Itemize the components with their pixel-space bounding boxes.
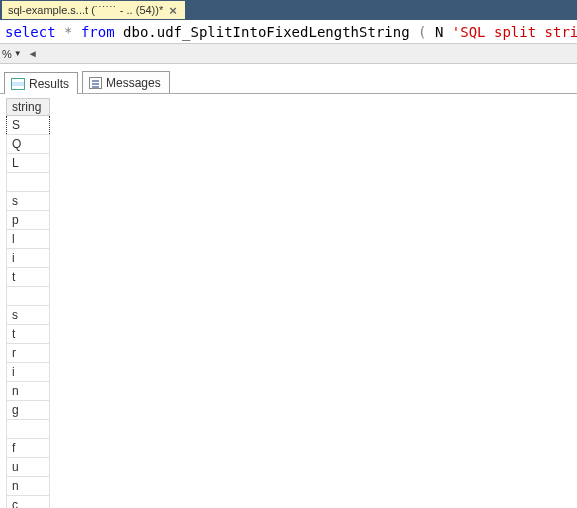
table-row[interactable]: n — [7, 382, 50, 401]
open-paren: ( — [418, 24, 426, 40]
cell-value: r — [7, 344, 50, 363]
results-grid: string SQL split string func — [0, 94, 577, 508]
table-row[interactable]: n — [7, 477, 50, 496]
table-row[interactable]: i — [7, 363, 50, 382]
cell-value: t — [7, 325, 50, 344]
tab-messages-label: Messages — [106, 76, 161, 90]
document-tab-title: sql-example.s...t (˙˙˙˙˙˙ - .. (54))* — [8, 4, 163, 16]
table-row[interactable] — [7, 287, 50, 306]
keyword-select: select — [5, 24, 56, 40]
table-row[interactable]: i — [7, 249, 50, 268]
zoom-toolbar: % ▼ ◄ — [0, 44, 577, 64]
sql-editor[interactable]: select * from dbo.udf_SplitIntoFixedLeng… — [0, 20, 577, 44]
table-row[interactable]: f — [7, 439, 50, 458]
cell-value: s — [7, 192, 50, 211]
cell-value: S — [7, 116, 50, 135]
results-table: string SQL split string func — [6, 98, 50, 508]
table-row[interactable]: p — [7, 211, 50, 230]
cell-value: i — [7, 249, 50, 268]
table-row[interactable]: g — [7, 401, 50, 420]
result-tabs: Results Messages — [0, 64, 577, 94]
table-row[interactable]: S — [7, 116, 50, 135]
cell-value — [7, 420, 50, 439]
table-row[interactable]: u — [7, 458, 50, 477]
table-row[interactable]: t — [7, 325, 50, 344]
string-literal: 'SQL split string function' — [452, 24, 577, 40]
cell-value: t — [7, 268, 50, 287]
star-operator: * — [64, 24, 72, 40]
cell-value: g — [7, 401, 50, 420]
cell-value: n — [7, 382, 50, 401]
document-tab[interactable]: sql-example.s...t (˙˙˙˙˙˙ - .. (54))* × — [2, 1, 185, 19]
table-row[interactable]: c — [7, 496, 50, 509]
results-area: Results Messages string SQL split string… — [0, 64, 577, 508]
cell-value: f — [7, 439, 50, 458]
zoom-value: % — [2, 48, 12, 60]
cell-value — [7, 287, 50, 306]
close-icon[interactable]: × — [169, 3, 177, 18]
table-row[interactable]: L — [7, 154, 50, 173]
cell-value: i — [7, 363, 50, 382]
tab-messages[interactable]: Messages — [82, 71, 170, 93]
table-row[interactable]: l — [7, 230, 50, 249]
table-row[interactable] — [7, 420, 50, 439]
function-name: dbo.udf_SplitIntoFixedLengthString — [123, 24, 410, 40]
tab-results[interactable]: Results — [4, 72, 78, 94]
messages-icon — [89, 77, 102, 89]
nav-back-icon[interactable]: ◄ — [28, 48, 38, 59]
column-header-string[interactable]: string — [7, 99, 50, 116]
tab-results-label: Results — [29, 77, 69, 91]
results-icon — [11, 78, 25, 90]
cell-value: s — [7, 306, 50, 325]
cell-value: p — [7, 211, 50, 230]
table-row[interactable]: s — [7, 192, 50, 211]
chevron-down-icon: ▼ — [14, 49, 22, 58]
keyword-from: from — [81, 24, 115, 40]
table-row[interactable]: r — [7, 344, 50, 363]
cell-value — [7, 173, 50, 192]
table-row[interactable] — [7, 173, 50, 192]
cell-value: l — [7, 230, 50, 249]
zoom-combo[interactable]: % ▼ — [2, 48, 26, 60]
document-tab-bar: sql-example.s...t (˙˙˙˙˙˙ - .. (54))* × — [0, 0, 577, 20]
cell-value: L — [7, 154, 50, 173]
n-prefix: N — [435, 24, 443, 40]
cell-value: Q — [7, 135, 50, 154]
cell-value: n — [7, 477, 50, 496]
table-row[interactable]: Q — [7, 135, 50, 154]
cell-value: c — [7, 496, 50, 509]
table-row[interactable]: s — [7, 306, 50, 325]
cell-value: u — [7, 458, 50, 477]
table-row[interactable]: t — [7, 268, 50, 287]
